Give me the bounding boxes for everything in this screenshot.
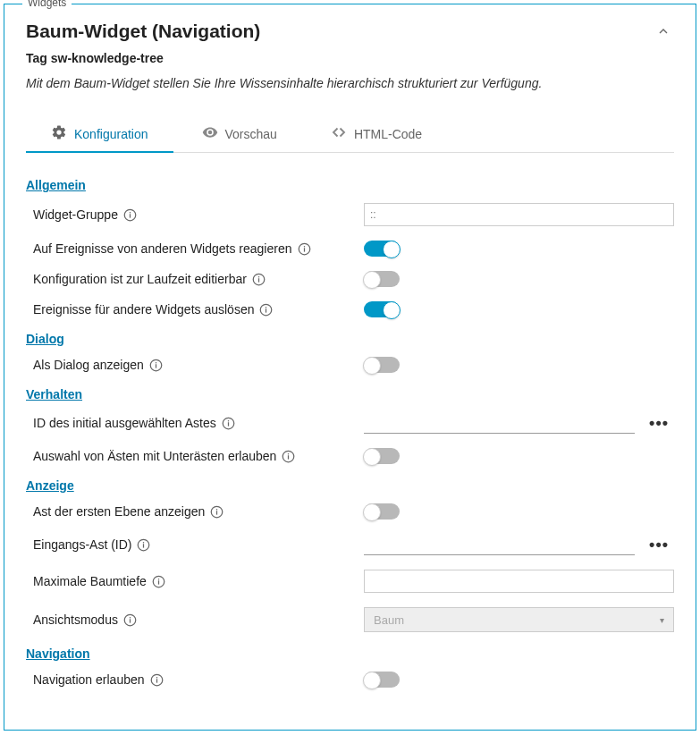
svg-rect-32 [130, 619, 131, 622]
svg-rect-11 [266, 308, 266, 312]
row-id-initial: ID des initial ausgewählten Astes ••• [26, 412, 674, 434]
info-icon[interactable] [123, 613, 137, 627]
info-icon[interactable] [152, 575, 165, 588]
toggle-auf-ereignisse[interactable] [364, 241, 400, 257]
toggle-ast-erste-ebene[interactable] [364, 503, 400, 520]
row-als-dialog: Als Dialog anzeigen [26, 357, 674, 373]
svg-rect-2 [130, 214, 131, 217]
tab-label: HTML-Code [354, 127, 422, 141]
label-text: Navigation erlauben [33, 672, 145, 687]
gear-icon [51, 124, 67, 143]
more-button[interactable]: ••• [644, 536, 674, 554]
widgets-fieldset: Widgets Baum-Widget (Navigation) Tag sw-… [4, 4, 696, 731]
row-nav-erlauben: Navigation erlauben [26, 672, 674, 688]
section-allgemein[interactable]: Allgemein [26, 178, 674, 192]
toggle-ereignisse-ausloesen[interactable] [364, 301, 400, 317]
code-icon [331, 124, 347, 143]
widget-title: Baum-Widget (Navigation) [26, 21, 260, 42]
tab-label: Vorschau [225, 127, 277, 141]
section-navigation[interactable]: Navigation [26, 646, 674, 661]
label-text: Ansichtsmodus [33, 612, 118, 627]
row-ereignisse-ausloesen: Ereignisse für andere Widgets auslösen [26, 301, 674, 317]
svg-point-7 [258, 275, 260, 277]
svg-point-25 [143, 541, 145, 543]
tab-label: Konfiguration [74, 127, 148, 141]
svg-point-28 [158, 578, 160, 579]
info-icon[interactable] [137, 538, 150, 552]
ansichtsmodus-select[interactable]: Baum ▾ [364, 607, 674, 632]
info-icon[interactable] [150, 673, 164, 687]
section-verhalten[interactable]: Verhalten [26, 387, 674, 401]
label-text: Eingangs-Ast (ID) [33, 537, 131, 552]
widget-gruppe-input[interactable] [364, 203, 674, 226]
row-ast-erste-ebene: Ast der ersten Ebene anzeigen [26, 503, 674, 520]
toggle-als-dialog[interactable] [364, 357, 400, 373]
row-auf-ereignisse: Auf Ereignisse von anderen Widgets reagi… [26, 241, 674, 257]
chevron-down-icon: ▾ [660, 615, 664, 625]
widget-description: Mit dem Baum-Widget stellen Sie Ihre Wis… [26, 76, 674, 90]
widget-card: Baum-Widget (Navigation) Tag sw-knowledg… [26, 21, 674, 688]
info-icon[interactable] [259, 303, 273, 317]
collapse-toggle[interactable] [653, 21, 674, 45]
row-max-baumtiefe: Maximale Baumtiefe [26, 570, 674, 593]
toggle-nav-erlauben[interactable] [364, 672, 400, 688]
label-text: Ereignisse für andere Widgets auslösen [33, 302, 254, 317]
label-text: Auf Ereignisse von anderen Widgets reagi… [33, 241, 292, 256]
info-icon[interactable] [123, 208, 137, 222]
info-icon[interactable] [298, 242, 311, 256]
id-initial-input[interactable] [364, 412, 635, 434]
svg-rect-17 [228, 422, 229, 426]
svg-point-16 [227, 419, 229, 421]
label-text: Maximale Baumtiefe [33, 574, 147, 588]
svg-rect-23 [216, 511, 217, 514]
svg-point-22 [216, 508, 218, 510]
tab-konfiguration[interactable]: Konfiguration [26, 115, 173, 152]
svg-rect-29 [158, 580, 159, 584]
svg-point-10 [266, 306, 267, 308]
label-text: Ast der ersten Ebene anzeigen [33, 504, 205, 519]
tab-vorschau[interactable]: Vorschau [177, 115, 302, 152]
svg-rect-26 [143, 544, 144, 547]
svg-point-1 [130, 211, 131, 213]
svg-point-13 [156, 361, 157, 363]
tab-html-code[interactable]: HTML-Code [306, 115, 447, 152]
svg-rect-5 [303, 248, 304, 251]
section-dialog[interactable]: Dialog [26, 332, 674, 346]
tab-content-config: Allgemein Widget-Gruppe Auf Ereignisse v… [26, 153, 674, 688]
tabs: Konfiguration Vorschau HTML-Code [26, 115, 674, 153]
row-eingangs-ast: Eingangs-Ast (ID) ••• [26, 534, 674, 555]
info-icon[interactable] [282, 450, 295, 463]
widget-subtitle: Tag sw-knowledge-tree [26, 51, 674, 65]
svg-rect-35 [156, 679, 156, 682]
svg-point-31 [130, 616, 131, 618]
row-konfig-laufzeit: Konfiguration ist zur Laufzeit editierba… [26, 271, 674, 287]
info-icon[interactable] [252, 273, 266, 286]
svg-point-4 [303, 245, 305, 247]
info-icon[interactable] [210, 505, 223, 519]
row-widget-gruppe: Widget-Gruppe [26, 203, 674, 226]
more-button[interactable]: ••• [644, 414, 674, 433]
toggle-konfig-laufzeit[interactable] [364, 271, 400, 287]
svg-rect-8 [258, 278, 259, 282]
label-text: Konfiguration ist zur Laufzeit editierba… [33, 272, 247, 286]
svg-rect-14 [156, 364, 156, 368]
info-icon[interactable] [149, 359, 163, 372]
card-header: Baum-Widget (Navigation) Tag sw-knowledg… [26, 21, 674, 115]
label-text: Auswahl von Ästen mit Unterästen erlaube… [33, 449, 276, 463]
label-text: Als Dialog anzeigen [33, 358, 144, 372]
svg-rect-20 [288, 455, 289, 459]
info-icon[interactable] [222, 417, 235, 430]
section-anzeige[interactable]: Anzeige [26, 478, 674, 493]
eye-icon [202, 124, 218, 143]
row-auswahl-aeste: Auswahl von Ästen mit Unterästen erlaube… [26, 448, 674, 464]
label-text: Widget-Gruppe [33, 207, 118, 222]
fieldset-legend: Widgets [22, 0, 72, 9]
label-text: ID des initial ausgewählten Astes [33, 416, 216, 430]
svg-point-19 [288, 452, 290, 454]
svg-point-34 [156, 676, 157, 678]
max-baumtiefe-input[interactable] [364, 570, 674, 593]
eingangs-ast-input[interactable] [364, 534, 635, 555]
select-value: Baum [374, 613, 404, 627]
toggle-auswahl-aeste[interactable] [364, 448, 400, 464]
row-ansichtsmodus: Ansichtsmodus Baum ▾ [26, 607, 674, 632]
